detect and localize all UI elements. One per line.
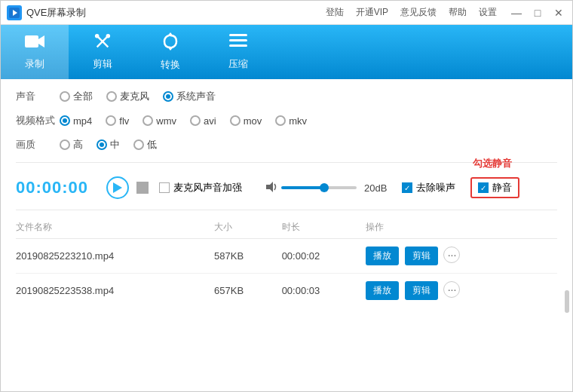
quality-options: 高 中 低 [60, 138, 157, 152]
col-header-size: 大小 [214, 218, 282, 239]
file-size-1: 657KB [214, 274, 282, 308]
tab-record-label: 录制 [25, 57, 44, 71]
file-name-1: 20190825223538.mp4 [16, 274, 214, 308]
nav-settings[interactable]: 设置 [479, 6, 497, 19]
svg-rect-2 [25, 35, 38, 47]
format-mkv[interactable]: mkv [275, 115, 307, 127]
scrollbar[interactable] [565, 290, 569, 313]
nav-login[interactable]: 登陆 [326, 6, 344, 19]
mute-checkbox[interactable]: ✓ [478, 182, 489, 193]
svg-marker-14 [266, 182, 273, 192]
tab-record[interactable]: 录制 [1, 25, 69, 79]
video-format-row: 视频格式 mp4 flv wmv avi [16, 114, 557, 127]
table-row: 20190825223538.mp4 657KB 00:00:03 播放 剪辑 … [16, 274, 557, 308]
svg-marker-13 [113, 182, 122, 193]
svg-point-7 [106, 34, 111, 38]
noise-reduce-label: 去除噪声 [416, 181, 455, 194]
format-wmv[interactable]: wmv [142, 115, 176, 127]
format-radio-mp4 [60, 115, 70, 126]
col-header-duration: 时长 [282, 218, 366, 239]
format-mp4[interactable]: mp4 [60, 115, 92, 127]
nav-vip[interactable]: 开通VIP [356, 6, 388, 19]
quality-row: 画质 高 中 低 [16, 138, 557, 152]
minimize-button[interactable]: — [509, 5, 524, 20]
tab-convert-label: 转换 [161, 58, 180, 72]
sound-radio-all [60, 91, 70, 102]
volume-icon [266, 182, 278, 194]
format-radio-mov [230, 115, 241, 126]
video-format-label: 视频格式 [16, 114, 60, 127]
quality-low[interactable]: 低 [133, 138, 157, 152]
tab-clip-label: 剪辑 [93, 57, 112, 71]
quality-radio-high [60, 139, 70, 150]
format-radio-mkv [275, 115, 286, 126]
file-name-0: 20190825223210.mp4 [16, 239, 214, 274]
format-radio-avi [190, 115, 201, 126]
clip-button-1[interactable]: 剪辑 [405, 281, 438, 300]
file-size-0: 587KB [214, 239, 282, 274]
quality-radio-mid [97, 139, 107, 150]
clip-button-0[interactable]: 剪辑 [405, 247, 438, 265]
convert-icon [161, 32, 179, 55]
timer-row: 勾选静音 00:00:00 麦克风声音加强 20dB ✓ [16, 176, 557, 199]
svg-marker-3 [38, 35, 44, 47]
noise-reduce-checkbox[interactable]: ✓ [402, 182, 412, 193]
window-controls: — □ ✕ [509, 5, 566, 20]
format-avi[interactable]: avi [190, 115, 216, 127]
title-bar: QVE屏幕录制 登陆 开通VIP 意见反馈 帮助 设置 — □ ✕ [1, 1, 572, 25]
sound-label: 声音 [16, 90, 60, 103]
svg-marker-9 [167, 47, 173, 51]
more-button-0[interactable]: ··· [443, 247, 460, 263]
nav-bar: 登陆 开通VIP 意见反馈 帮助 设置 [326, 6, 497, 19]
format-flv[interactable]: flv [106, 115, 129, 127]
noise-reduce-group: ✓ 去除噪声 [402, 181, 455, 194]
tab-compress-label: 压缩 [228, 57, 248, 71]
tab-compress[interactable]: 压缩 [204, 25, 272, 79]
svg-rect-11 [229, 39, 247, 41]
format-mov[interactable]: mov [230, 115, 262, 127]
svg-rect-12 [229, 44, 247, 47]
annotation-mute: 勾选静音 [473, 157, 512, 170]
app-title: QVE屏幕录制 [26, 6, 326, 20]
play-button[interactable] [106, 176, 129, 199]
svg-rect-10 [229, 34, 247, 36]
timer-display: 00:00:00 [16, 178, 99, 198]
col-header-actions: 操作 [366, 218, 557, 239]
sound-radio-system [163, 91, 173, 102]
tab-convert[interactable]: 转换 [136, 25, 204, 79]
mic-enhance-checkbox[interactable] [159, 182, 170, 193]
sound-option-mic[interactable]: 麦克风 [106, 90, 149, 103]
content-area: 声音 全部 麦克风 系统声音 视频格式 [1, 79, 572, 391]
stop-button[interactable] [136, 182, 149, 194]
play-button-0[interactable]: 播放 [366, 247, 399, 265]
col-header-name: 文件名称 [16, 218, 214, 239]
quality-mid[interactable]: 中 [97, 138, 120, 152]
svg-marker-8 [167, 32, 173, 36]
mute-label: 静音 [492, 181, 512, 194]
sound-option-all[interactable]: 全部 [60, 90, 93, 103]
tab-clip[interactable]: 剪辑 [69, 25, 136, 79]
main-window: QVE屏幕录制 登陆 开通VIP 意见反馈 帮助 设置 — □ ✕ 录制 剪辑 [0, 0, 573, 392]
volume-slider[interactable] [281, 186, 357, 189]
sound-row: 声音 全部 麦克风 系统声音 [16, 90, 557, 103]
file-duration-1: 00:00:03 [282, 274, 366, 308]
quality-label: 画质 [16, 138, 60, 152]
divider-2 [16, 210, 557, 210]
sound-options: 全部 麦克风 系统声音 [60, 90, 216, 103]
more-button-1[interactable]: ··· [443, 281, 460, 298]
db-value: 20dB [364, 182, 387, 194]
quality-radio-low [133, 139, 144, 150]
play-button-1[interactable]: 播放 [366, 281, 399, 300]
mute-group: ✓ 静音 [470, 177, 519, 198]
sound-radio-mic [106, 91, 117, 102]
file-actions-1: 播放 剪辑 ··· [366, 274, 557, 308]
nav-help[interactable]: 帮助 [449, 6, 467, 19]
clip-icon [93, 33, 112, 54]
maximize-button[interactable]: □ [530, 5, 545, 20]
app-logo [7, 5, 22, 20]
close-button[interactable]: ✕ [551, 5, 566, 20]
sound-option-system[interactable]: 系统声音 [163, 90, 216, 103]
toolbar: 录制 剪辑 转换 压缩 [1, 25, 572, 79]
nav-feedback[interactable]: 意见反馈 [400, 6, 437, 19]
quality-high[interactable]: 高 [60, 138, 83, 152]
